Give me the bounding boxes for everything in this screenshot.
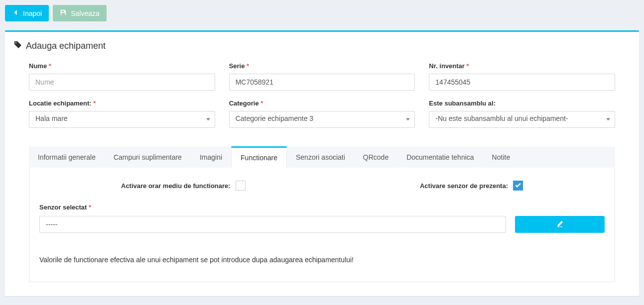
page-title: Adauga echipament <box>14 41 630 51</box>
category-select[interactable]: Categorie echipamente 3 <box>229 111 415 128</box>
name-field-group: Nume * <box>29 62 215 91</box>
serial-input[interactable] <box>229 74 415 91</box>
check-icon <box>515 182 521 189</box>
main-panel: Adauga echipament Nume * Serie * Nr. inv… <box>5 30 639 296</box>
tab-notite[interactable]: Notite <box>483 147 519 168</box>
save-button-label: Salveaza <box>71 9 100 17</box>
serial-label: Serie * <box>229 62 415 70</box>
presence-checkbox[interactable] <box>513 181 523 191</box>
schedule-checkbox[interactable] <box>236 181 246 191</box>
chevron-down-icon <box>606 118 610 121</box>
serial-field-group: Serie * <box>229 62 415 91</box>
tab-senzori-asociati[interactable]: Senzori asociati <box>287 147 354 168</box>
edit-sensor-button[interactable] <box>515 216 605 233</box>
inventory-label: Nr. inventar * <box>429 62 615 70</box>
category-field-group: Categorie * Categorie echipamente 3 <box>229 100 415 128</box>
presence-checkbox-label: Activare senzor de prezenta: <box>420 182 508 190</box>
chevron-down-icon <box>206 118 210 121</box>
inventory-input[interactable] <box>429 74 615 91</box>
save-icon <box>60 9 67 17</box>
subassembly-field-group: Este subansamblu al: -Nu este subansambl… <box>429 100 615 128</box>
schedule-checkbox-label: Activare orar mediu de functionare: <box>121 182 231 190</box>
name-label: Nume * <box>29 62 215 70</box>
tab-informatii-generale[interactable]: Informatii generale <box>29 147 105 168</box>
page-title-text: Adauga echipament <box>26 41 106 51</box>
name-input[interactable] <box>29 74 215 91</box>
location-field-group: Locatie echipament: * Hala mare <box>29 100 215 128</box>
tab-functionare[interactable]: Functionare <box>231 146 287 168</box>
location-label: Locatie echipament: * <box>29 100 215 107</box>
functioning-info-text: Valorile de functionare efectiva ale unu… <box>39 256 605 264</box>
back-button[interactable]: Inapoi <box>5 5 49 21</box>
sensor-input[interactable] <box>39 216 506 233</box>
chevron-down-icon <box>406 118 410 121</box>
tab-content-functionare: Activare orar mediu de functionare: Acti… <box>29 168 615 282</box>
tab-qrcode[interactable]: QRcode <box>354 147 397 168</box>
category-label: Categorie * <box>229 100 415 107</box>
tab-campuri-suplimentare[interactable]: Campuri suplimentare <box>105 147 191 168</box>
sensor-label: Senzor selectat * <box>39 203 605 211</box>
arrow-left-icon <box>12 9 19 17</box>
back-button-label: Inapoi <box>23 9 42 17</box>
subassembly-select[interactable]: -Nu este subansamblu al unui echipament- <box>429 111 615 128</box>
location-select[interactable]: Hala mare <box>29 111 215 128</box>
pencil-icon <box>556 220 563 229</box>
save-button[interactable]: Salveaza <box>53 5 107 21</box>
subassembly-label: Este subansamblu al: <box>429 100 615 107</box>
tab-documentatie-tehnica[interactable]: Documentatie tehnica <box>397 147 483 168</box>
tab-imagini[interactable]: Imagini <box>191 147 231 168</box>
tag-icon <box>14 41 22 51</box>
inventory-field-group: Nr. inventar * <box>429 62 615 91</box>
tab-bar: Informatii generale Campuri suplimentare… <box>29 147 615 168</box>
